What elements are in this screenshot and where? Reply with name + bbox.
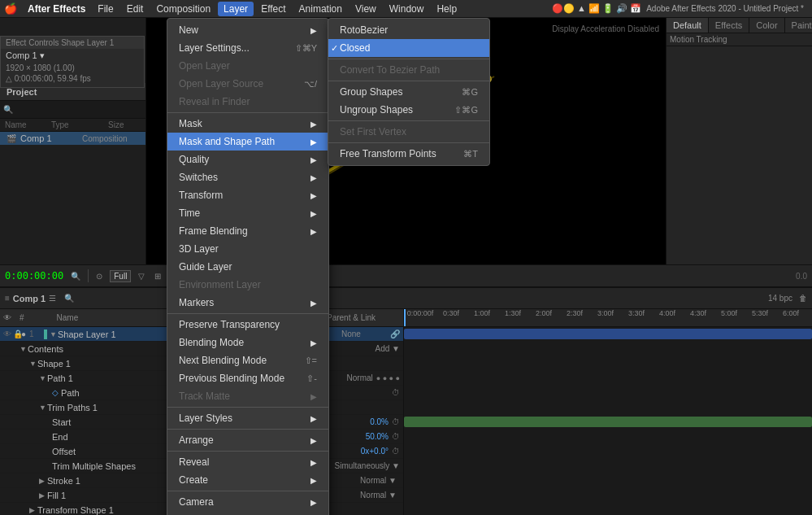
project-item-comp1[interactable]: 🎬 Comp 1 Composition xyxy=(0,132,145,145)
project-search-bar[interactable]: 🔍 xyxy=(0,101,145,119)
add-contents-btn[interactable]: Add ▼ xyxy=(376,344,400,353)
menu-closed[interactable]: Closed xyxy=(328,39,489,57)
menu-convert-bezier[interactable]: Convert To Bezier Path xyxy=(328,61,489,79)
menu-view[interactable]: View xyxy=(350,2,382,16)
menu-free-transform[interactable]: Free Transform Points ⌘T xyxy=(328,145,489,163)
stroke-toggle[interactable]: ▶ xyxy=(39,477,47,485)
path1-toggle[interactable]: ▼ xyxy=(39,374,47,382)
free-transform-shortcut: ⌘T xyxy=(463,149,478,159)
tab-default[interactable]: Default xyxy=(667,18,709,33)
tl-settings[interactable]: 🗑 xyxy=(799,294,807,303)
apple-menu[interactable]: 🍎 xyxy=(3,2,18,16)
trim-toggle[interactable]: ▼ xyxy=(39,404,47,412)
menu-animation[interactable]: Animation xyxy=(293,2,348,16)
offset-stopwatch[interactable]: ⏱ xyxy=(392,447,400,456)
menu-new-arrow: ▶ xyxy=(310,26,317,35)
current-time[interactable]: 0:00:00:00 xyxy=(5,270,63,282)
col-name: Name xyxy=(5,120,51,129)
menu-preserve[interactable]: Preserve Transparency xyxy=(167,316,328,334)
menu-window[interactable]: Window xyxy=(384,2,430,16)
menu-set-first-vertex[interactable]: Set First Vertex xyxy=(328,123,489,141)
menu-blending[interactable]: Blending Mode ▶ xyxy=(167,334,328,351)
start-stopwatch[interactable]: ⏱ xyxy=(392,417,400,426)
menu-edit[interactable]: Edit xyxy=(121,2,150,16)
menu-3d-layer[interactable]: 3D Layer xyxy=(167,240,328,258)
toggle-full[interactable]: ⊞ xyxy=(152,271,163,282)
tl-search[interactable]: 🔍 xyxy=(64,294,74,303)
render-quality[interactable]: Full xyxy=(110,270,131,282)
shape1-toggle[interactable]: ▼ xyxy=(29,360,37,368)
menu-time[interactable]: Time ▶ xyxy=(167,204,328,222)
fill-mode[interactable]: Normal ▼ xyxy=(360,491,397,500)
fill-toggle[interactable]: ▶ xyxy=(39,491,47,500)
project-item-type: Composition xyxy=(82,134,139,143)
layer-expand-1[interactable]: ▼ xyxy=(50,330,58,338)
tab-color[interactable]: Color xyxy=(749,18,784,33)
start-value[interactable]: 0.0% xyxy=(370,417,389,426)
end-stopwatch[interactable]: ⏱ xyxy=(392,432,400,441)
trim-multiple-value[interactable]: Simultaneously ▼ xyxy=(335,461,401,470)
menu-layer-styles[interactable]: Layer Styles ▶ xyxy=(167,409,328,427)
menu-next-blending[interactable]: Next Blending Mode ⇧= xyxy=(167,351,328,369)
tab-paint[interactable]: Paint xyxy=(785,18,812,33)
menu-transform-arrow: ▶ xyxy=(310,191,317,200)
offset-value[interactable]: 0x+0.0° xyxy=(361,447,389,456)
layer-lock[interactable]: 🔒 xyxy=(13,330,21,338)
menu-arrange[interactable]: Arrange ▶ xyxy=(167,431,328,449)
menu-camera[interactable]: Camera ▶ xyxy=(167,493,328,511)
menu-group-shapes[interactable]: Group Shapes ⌘G xyxy=(328,83,489,101)
menu-mask-shape-path[interactable]: Mask and Shape Path ▶ xyxy=(167,133,328,151)
menu-layer[interactable]: Layer xyxy=(218,2,254,16)
menu-quality[interactable]: Quality ▶ xyxy=(167,151,328,168)
ec-comp-title[interactable]: Comp 1 ▾ xyxy=(1,49,144,63)
motion-tracking-tab[interactable]: Motion Tracking xyxy=(667,33,812,46)
menu-prev-blending[interactable]: Previous Blending Mode ⇧- xyxy=(167,369,328,387)
submenu-div-2 xyxy=(328,81,489,81)
view-btn[interactable]: ▽ xyxy=(136,271,147,282)
menu-auto-trace[interactable]: Auto-trace... xyxy=(167,511,328,515)
menu-mask[interactable]: Mask ▶ xyxy=(167,115,328,133)
tab-effects[interactable]: Effects xyxy=(709,18,749,33)
transform-shape-toggle[interactable]: ▶ xyxy=(29,506,37,514)
stroke-mode[interactable]: Normal ▼ xyxy=(360,476,397,485)
menu-markers[interactable]: Markers ▶ xyxy=(167,294,328,312)
menu-reveal-finder[interactable]: Reveal in Finder xyxy=(167,93,328,111)
menu-reveal[interactable]: Reveal ▶ xyxy=(167,453,328,471)
menu-new[interactable]: New ▶ xyxy=(167,21,328,39)
path-stopwatch[interactable]: ⏱ xyxy=(392,388,400,397)
end-value[interactable]: 50.0% xyxy=(366,432,389,441)
track-shape-layer[interactable] xyxy=(404,327,812,342)
menu-guide-layer[interactable]: Guide Layer xyxy=(167,258,328,276)
menu-frame-blending[interactable]: Frame Blending ▶ xyxy=(167,222,328,240)
menu-open-source[interactable]: Open Layer Source ⌥/ xyxy=(167,75,328,93)
menu-arrange-arrow: ▶ xyxy=(310,436,317,445)
tl-expand[interactable]: ☰ xyxy=(49,294,56,303)
tl-toggle[interactable]: ≡ xyxy=(5,294,10,303)
menu-effect[interactable]: Effect xyxy=(255,2,291,16)
toggle-render[interactable]: ⊙ xyxy=(93,271,105,282)
menu-open-layer[interactable]: Open Layer xyxy=(167,57,328,75)
menu-help[interactable]: Help xyxy=(431,2,462,16)
layer-parent[interactable]: None xyxy=(341,330,390,338)
zoom-btn[interactable]: 🔍 xyxy=(68,271,83,282)
menu-ungroup-shapes[interactable]: Ungroup Shapes ⇧⌘G xyxy=(328,101,489,119)
menu-transform[interactable]: Transform ▶ xyxy=(167,186,328,204)
menu-env-layer[interactable]: Environment Layer xyxy=(167,276,328,294)
contents-toggle[interactable]: ▼ xyxy=(20,345,28,353)
menu-layer-settings[interactable]: Layer Settings... ⇧⌘Y xyxy=(167,39,328,57)
menu-rotobezier[interactable]: RotoBezier xyxy=(328,21,489,39)
menu-quality-arrow: ▶ xyxy=(310,155,317,164)
menu-composition[interactable]: Composition xyxy=(150,2,216,16)
layer-shy[interactable]: ● xyxy=(21,330,29,338)
path-icon: ◇ xyxy=(52,388,59,397)
track-start-bar xyxy=(404,417,812,427)
layer-eye[interactable]: 👁 xyxy=(3,330,11,338)
menu-switches[interactable]: Switches ▶ xyxy=(167,168,328,186)
timeline-tracks: 0:00:00f 0:30f 1:00f 1:30f 2:00f 2:30f 3… xyxy=(404,309,812,515)
timeline-panel: ≡ Comp 1 ☰ 🔍 14 bpc 🗑 👁 # Name TrkMat Pa… xyxy=(0,287,812,515)
time-7: 3:30f xyxy=(620,309,653,317)
menu-track-matte[interactable]: Track Matte ▶ xyxy=(167,387,328,405)
left-panel: Effect Controls Shape Layer 1 Comp 1 ▾ 1… xyxy=(0,18,146,264)
menu-file[interactable]: File xyxy=(92,2,119,16)
menu-create[interactable]: Create ▶ xyxy=(167,471,328,489)
